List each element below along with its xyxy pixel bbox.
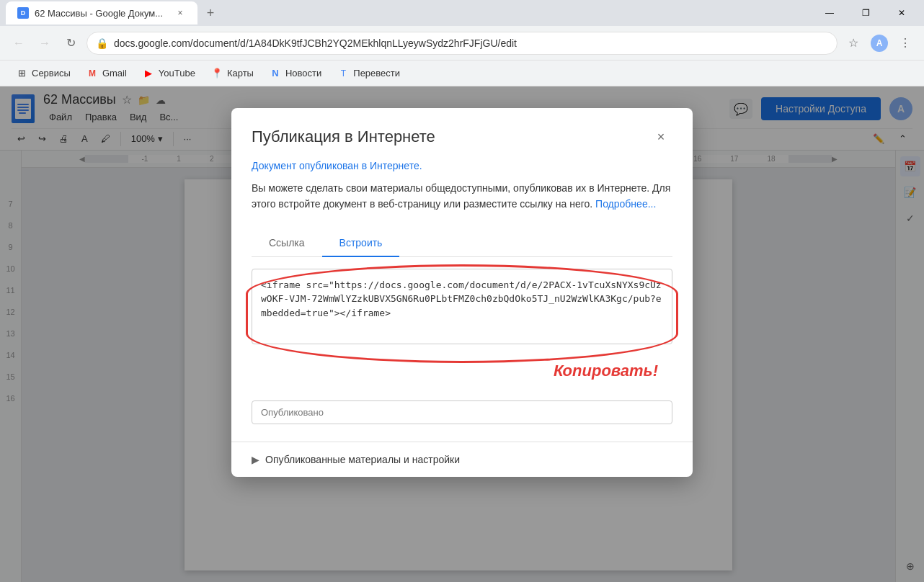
new-tab-button[interactable]: + xyxy=(200,3,221,23)
bookmark-news-label: Новости xyxy=(285,68,321,79)
bookmark-youtube[interactable]: ▶ YouTube xyxy=(136,65,203,82)
url-text: docs.google.com/document/d/1A84DkK9tfJCB… xyxy=(114,37,828,49)
title-bar: D 62 Массивы - Google Докум... × + — ❐ ✕ xyxy=(0,0,924,26)
bookmark-youtube-label: YouTube xyxy=(159,68,195,79)
grid-icon: ⊞ xyxy=(16,68,27,79)
maximize-button[interactable]: ❐ xyxy=(849,2,882,24)
modal-close-button[interactable]: × xyxy=(649,125,672,148)
address-bar: ← → ↻ 🔒 docs.google.com/document/d/1A84D… xyxy=(0,26,924,61)
bookmark-maps[interactable]: 📍 Карты xyxy=(204,65,261,82)
security-lock-icon: 🔒 xyxy=(96,37,108,49)
modal-footer[interactable]: ▶ Опубликованные материалы и настройки xyxy=(231,442,693,477)
embed-container: Копировать! xyxy=(252,269,672,359)
modal-overlay: Публикация в Интернете × Документ опубли… xyxy=(0,86,924,582)
bookmarks-bar: ⊞ Сервисы M Gmail ▶ YouTube 📍 Карты N Но… xyxy=(0,61,924,86)
published-input[interactable] xyxy=(252,400,672,424)
modal-body: Документ опубликован в Интернете. Вы мож… xyxy=(231,160,693,442)
profile-avatar[interactable]: A xyxy=(869,33,889,53)
url-bar[interactable]: 🔒 docs.google.com/document/d/1A84DkK9tfJ… xyxy=(86,32,838,55)
modal-description: Вы можете сделать свои материалы общедос… xyxy=(252,180,672,212)
reload-button[interactable]: ↻ xyxy=(61,33,81,53)
minimize-button[interactable]: — xyxy=(813,2,846,24)
content-area: 62 Массивы ☆ 📁 ☁ Файл Правка Вид Вс... xyxy=(0,86,924,582)
more-info-link[interactable]: Подробнее... xyxy=(595,198,656,210)
embed-code-textarea[interactable] xyxy=(252,269,672,344)
modal-footer-label: Опубликованные материалы и настройки xyxy=(265,454,460,465)
tab-favicon: D xyxy=(17,7,29,19)
active-tab[interactable]: D 62 Массивы - Google Докум... × xyxy=(6,1,197,24)
copy-label: Копировать! xyxy=(554,362,658,380)
modal-tabs: Ссылка Встроить xyxy=(252,230,672,257)
gmail-icon: M xyxy=(86,68,98,79)
tab-title: 62 Массивы - Google Докум... xyxy=(35,8,163,19)
close-window-button[interactable]: ✕ xyxy=(885,2,918,24)
bookmark-services-label: Сервисы xyxy=(32,68,71,79)
bookmark-star-icon[interactable]: ☆ xyxy=(843,33,863,53)
chevron-right-icon: ▶ xyxy=(252,454,259,465)
bookmark-services[interactable]: ⊞ Сервисы xyxy=(9,65,78,82)
bookmark-news[interactable]: N Новости xyxy=(262,65,329,82)
window-controls: — ❐ ✕ xyxy=(813,2,918,24)
bookmark-translate[interactable]: T Перевести xyxy=(330,65,407,82)
browser-menu-button[interactable]: ⋮ xyxy=(895,33,915,53)
tab-close-button[interactable]: × xyxy=(174,7,186,19)
translate-icon: T xyxy=(337,68,349,79)
tab-link[interactable]: Ссылка xyxy=(252,230,322,257)
back-button[interactable]: ← xyxy=(9,33,29,53)
bookmark-maps-label: Карты xyxy=(227,68,254,79)
bookmark-gmail[interactable]: M Gmail xyxy=(79,65,134,82)
bookmark-translate-label: Перевести xyxy=(353,68,400,79)
profile-image: A xyxy=(871,35,888,52)
modal-title: Публикация в Интернете xyxy=(252,127,435,146)
modal-header: Публикация в Интернете × xyxy=(231,108,693,160)
forward-button[interactable]: → xyxy=(35,33,55,53)
maps-icon: 📍 xyxy=(211,68,223,79)
tab-embed[interactable]: Встроить xyxy=(322,230,400,257)
bookmark-gmail-label: Gmail xyxy=(102,68,127,79)
published-status-link[interactable]: Документ опубликован в Интернете. xyxy=(252,160,672,171)
published-input-row xyxy=(252,400,672,424)
news-icon: N xyxy=(270,68,281,79)
publish-modal: Публикация в Интернете × Документ опубли… xyxy=(231,108,693,477)
youtube-icon: ▶ xyxy=(143,68,154,79)
